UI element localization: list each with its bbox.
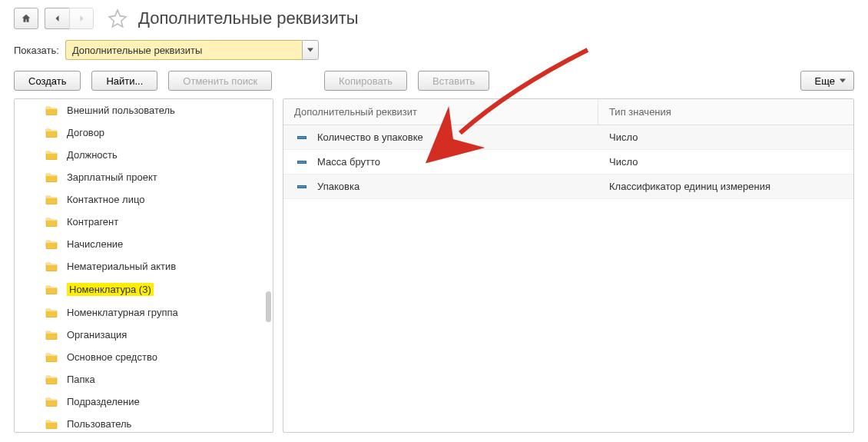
chevron-down-icon [307,48,313,52]
folder-icon [45,307,58,317]
tree-item-label: Подразделение [67,396,140,407]
col-header-type[interactable]: Тип значения [598,99,853,125]
table-header: Дополнительный реквизит Тип значения [283,99,853,125]
attributes-table: Дополнительный реквизит Тип значения Кол… [283,98,854,433]
page-title: Дополнительные реквизиты [138,8,359,28]
scrollbar[interactable] [266,291,271,322]
filter-select[interactable]: Дополнительные реквизиты [65,40,319,60]
arrow-right-icon [77,14,86,23]
tree-item-label: Зарплатный проект [67,171,157,183]
tree-item[interactable]: Номенклатура (3) [15,277,273,301]
cell-name: Масса брутто [317,156,380,168]
cell-type: Число [609,131,638,143]
folder-icon [45,239,58,249]
cell-name: Количество в упаковке [317,131,423,143]
tree-item[interactable]: Зарплатный проект [15,166,273,188]
tree-item-label: Контактное лицо [67,194,144,205]
tree-item-label: Начисление [67,238,123,250]
table-row[interactable]: Масса бруттоЧисло [283,150,853,174]
tree-item-label: Пользователь [67,418,131,430]
tree-item[interactable]: Нематериальный актив [15,255,273,277]
more-button[interactable]: Еще [800,71,854,91]
tree-item[interactable]: Подразделение [15,390,273,413]
folder-icon [45,261,58,271]
cancel-search-button: Отменить поиск [168,71,272,91]
more-label: Еще [815,75,835,87]
tree-item-label: Папка [67,374,95,385]
folder-icon [45,374,58,384]
table-row[interactable]: Количество в упаковкеЧисло [283,125,853,150]
home-icon [21,13,31,24]
tree-item[interactable]: Контрагент [15,211,273,233]
tree-item[interactable]: Папка [15,368,273,390]
home-button[interactable] [14,8,38,29]
tree-item[interactable]: Начисление [15,233,273,255]
paste-button: Вставить [418,71,489,91]
back-button[interactable] [45,8,69,29]
folder-icon [45,352,58,362]
folder-icon [45,150,58,160]
folder-icon [45,105,58,115]
tree-item-label: Должность [67,149,118,161]
tree-item[interactable]: Пользователь [15,413,273,433]
tree-item-label: Номенклатура (3) [67,283,154,296]
attribute-icon [297,161,306,164]
table-row[interactable]: УпаковкаКлассификатор единиц измерения [283,174,853,199]
forward-button [69,8,94,29]
cell-name: Упаковка [317,181,359,192]
tree-item[interactable]: Должность [15,144,273,166]
filter-value[interactable]: Дополнительные реквизиты [65,40,302,60]
folder-icon [45,172,58,182]
tree-item-label: Нематериальный актив [67,261,176,272]
attribute-icon [297,185,306,188]
tree-item-label: Основное средство [67,351,157,363]
category-tree[interactable]: Внешний пользовательДоговорДолжностьЗарп… [14,98,273,433]
find-button[interactable]: Найти... [91,71,157,91]
tree-item-label: Номенклатурная группа [67,307,178,318]
cell-type: Число [609,156,638,168]
folder-icon [45,284,58,294]
attribute-icon [297,136,306,139]
tree-item[interactable]: Внешний пользователь [15,99,273,121]
folder-icon [45,194,58,204]
create-button[interactable]: Создать [14,71,81,91]
arrow-left-icon [53,14,62,23]
tree-item[interactable]: Организация [15,324,273,346]
favorite-star-icon[interactable] [108,8,128,28]
tree-item-label: Внешний пользователь [67,105,175,116]
copy-button: Копировать [324,71,407,91]
folder-icon [45,217,58,227]
col-header-name[interactable]: Дополнительный реквизит [283,99,598,125]
cell-type: Классификатор единиц измерения [609,181,770,192]
folder-icon [45,419,58,429]
folder-icon [45,330,58,340]
tree-item-label: Контрагент [67,216,118,228]
tree-item[interactable]: Контактное лицо [15,188,273,211]
tree-item-label: Организация [67,329,127,341]
filter-label: Показать: [14,45,59,56]
tree-item[interactable]: Основное средство [15,346,273,368]
tree-item[interactable]: Номенклатурная группа [15,301,273,324]
tree-item-label: Договор [67,127,104,138]
folder-icon [45,397,58,407]
folder-icon [45,128,58,138]
filter-dropdown-button[interactable] [302,40,319,60]
tree-item[interactable]: Договор [15,121,273,144]
chevron-down-icon [840,78,846,83]
